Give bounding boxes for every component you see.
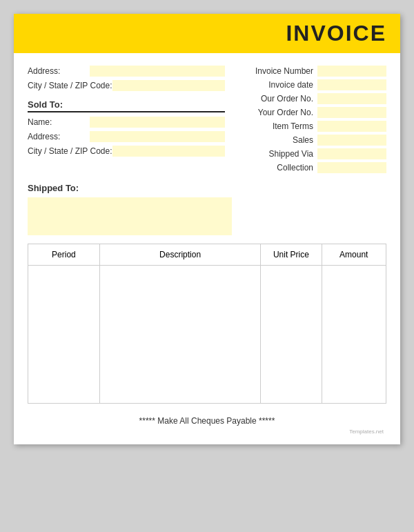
address-label: Address:: [28, 66, 90, 76]
address-row: Address:: [28, 66, 225, 77]
period-cell[interactable]: [28, 266, 100, 404]
sold-to-name-row: Name:: [28, 117, 225, 128]
item-terms-input[interactable]: [317, 121, 386, 132]
col-description: Description: [99, 244, 261, 266]
shipped-via-label: Shipped Via: [269, 149, 314, 159]
invoice-title: INVOICE: [28, 21, 386, 46]
shipped-via-input[interactable]: [317, 148, 386, 159]
description-cell[interactable]: [99, 266, 261, 404]
sold-to-section: Sold To: Name: Address: City / State /: [28, 99, 225, 157]
invoice-header: INVOICE: [14, 14, 400, 53]
shipped-to-label: Shipped To:: [28, 183, 386, 193]
table-header-row: Period Description Unit Price Amount: [28, 244, 386, 266]
footer-text: ***** Make All Cheques Payable *****: [28, 411, 386, 428]
shipped-via-row: Shipped Via: [236, 148, 386, 159]
shipped-to-box[interactable]: [28, 197, 232, 235]
city-row: City / State / ZIP Code:: [28, 80, 225, 91]
city-input[interactable]: [112, 80, 226, 91]
sold-to-address-row: Address:: [28, 131, 225, 142]
our-order-row: Our Order No.: [236, 93, 386, 104]
invoice-date-input[interactable]: [317, 79, 386, 90]
address-input[interactable]: [90, 66, 225, 77]
sales-row: Sales: [236, 135, 386, 146]
invoice-number-label: Invoice Number: [255, 66, 313, 76]
sold-to-city-input[interactable]: [112, 146, 226, 157]
your-order-row: Your Order No.: [236, 107, 386, 118]
shipped-to-section: Shipped To:: [28, 183, 386, 235]
invoice-page: INVOICE Address: City / State / ZIP Code…: [14, 14, 400, 444]
sold-to-name-input[interactable]: [90, 117, 225, 128]
unit-price-cell[interactable]: [261, 266, 322, 404]
amount-cell[interactable]: [322, 266, 386, 404]
our-order-label: Our Order No.: [261, 94, 313, 104]
our-order-input[interactable]: [317, 93, 386, 104]
collection-row: Collection: [236, 162, 386, 173]
city-label: City / State / ZIP Code:: [28, 81, 112, 90]
invoice-number-row: Invoice Number: [236, 66, 386, 77]
item-terms-row: Item Terms: [236, 121, 386, 132]
col-unit-price: Unit Price: [261, 244, 322, 266]
col-period: Period: [28, 244, 100, 266]
sold-to-city-row: City / State / ZIP Code:: [28, 146, 225, 157]
watermark: Templates.net: [28, 428, 386, 437]
invoice-number-input[interactable]: [317, 66, 386, 77]
sold-to-name-label: Name:: [28, 117, 90, 127]
your-order-label: Your Order No.: [258, 108, 313, 117]
table-data-row[interactable]: [28, 266, 386, 404]
sales-label: Sales: [293, 135, 313, 145]
invoice-table: Period Description Unit Price Amount: [28, 244, 386, 404]
collection-label: Collection: [277, 163, 313, 173]
collection-input[interactable]: [317, 162, 386, 173]
invoice-date-row: Invoice date: [236, 79, 386, 90]
invoice-date-label: Invoice date: [268, 80, 313, 90]
item-terms-label: Item Terms: [273, 121, 313, 131]
right-column: Invoice Number Invoice date Our Order No…: [236, 66, 386, 176]
col-amount: Amount: [322, 244, 386, 266]
your-order-input[interactable]: [317, 107, 386, 118]
sold-to-city-label: City / State / ZIP Code:: [28, 146, 112, 156]
sold-to-address-label: Address:: [28, 132, 90, 141]
sold-to-label: Sold To:: [28, 99, 225, 112]
sold-to-address-input[interactable]: [90, 131, 225, 142]
left-column: Address: City / State / ZIP Code: Sold T…: [28, 66, 225, 176]
sales-input[interactable]: [317, 135, 386, 146]
